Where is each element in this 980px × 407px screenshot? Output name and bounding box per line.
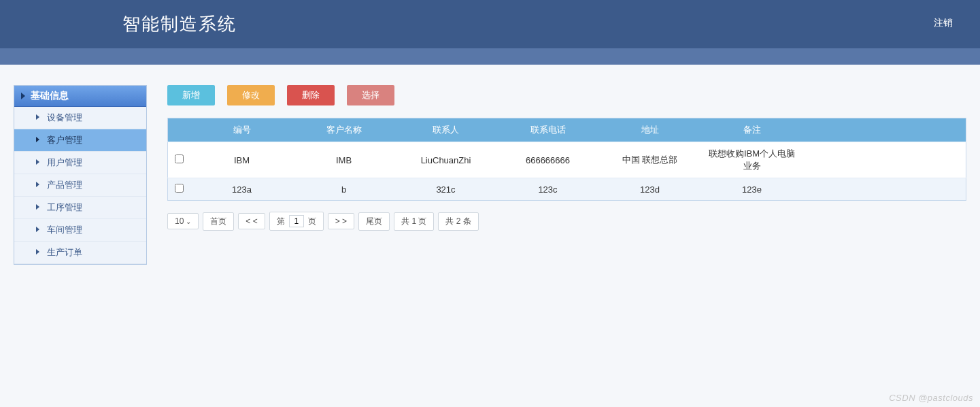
page-number-input[interactable] xyxy=(289,215,304,227)
sidebar-item-label: 用户管理 xyxy=(47,157,82,167)
table-cell: 123d xyxy=(599,178,701,201)
sidebar-item[interactable]: 车间管理 xyxy=(14,219,146,242)
delete-button[interactable]: 删除 xyxy=(287,85,335,105)
row-checkbox[interactable] xyxy=(175,154,184,163)
sidebar-item-label: 生产订单 xyxy=(47,247,82,257)
column-header: 地址 xyxy=(599,118,701,142)
sidebar-item[interactable]: 设备管理 xyxy=(14,107,146,129)
header-checkbox-col xyxy=(168,118,191,142)
next-page-button[interactable]: > > xyxy=(328,213,354,229)
app-title: 智能制造系统 xyxy=(122,12,237,36)
sidebar-section-header[interactable]: 基础信息 xyxy=(14,86,146,107)
table-row: IBMIMBLiuChuanZhi666666666中国 联想总部联想收购IBM… xyxy=(168,142,966,178)
edit-button[interactable]: 修改 xyxy=(227,85,275,105)
page-size-select[interactable]: 10 ⌄ xyxy=(167,213,199,229)
sidebar-section-title: 基础信息 xyxy=(31,90,69,102)
page-prefix-label: 第 xyxy=(277,216,285,227)
column-header: 客户名称 xyxy=(293,118,395,142)
sidebar-item[interactable]: 用户管理 xyxy=(14,152,146,174)
page-size-value: 10 xyxy=(175,216,184,226)
pagination: 10 ⌄ 首页 < < 第 页 > > 尾页 共 1 页 共 2 条 xyxy=(167,212,966,231)
caret-right-icon xyxy=(36,227,39,232)
main-content: 新增 修改 删除 选择 编号客户名称联系人联系电话地址备注 IBMIMBLiuC… xyxy=(167,85,966,265)
table-cell: 666666666 xyxy=(497,142,599,178)
first-page-button[interactable]: 首页 xyxy=(203,212,234,231)
select-button[interactable]: 选择 xyxy=(347,85,394,105)
table-cell: IMB xyxy=(293,142,395,178)
sidebar-item-label: 车间管理 xyxy=(47,225,82,235)
total-pages-label: 共 1 页 xyxy=(394,212,434,231)
sidebar-item-label: 客户管理 xyxy=(47,135,82,145)
toolbar: 新增 修改 删除 选择 xyxy=(167,85,966,105)
column-header-spacer xyxy=(803,118,966,142)
table-cell: 中国 联想总部 xyxy=(599,142,701,178)
caret-right-icon xyxy=(36,249,39,255)
column-header: 备注 xyxy=(701,118,803,142)
sidebar-item-label: 产品管理 xyxy=(47,180,82,190)
chevron-down-icon: ⌄ xyxy=(186,218,191,225)
last-page-button[interactable]: 尾页 xyxy=(358,212,390,231)
row-checkbox[interactable] xyxy=(175,184,184,193)
logout-link[interactable]: 注销 xyxy=(934,17,953,29)
sidebar-item-label: 设备管理 xyxy=(47,112,82,123)
column-header: 联系电话 xyxy=(497,118,599,142)
add-button[interactable]: 新增 xyxy=(167,85,215,105)
watermark: CSDN @pastclouds xyxy=(889,393,973,403)
table-cell: LiuChuanZhi xyxy=(395,142,497,178)
table-cell: 123a xyxy=(191,178,293,201)
total-items-label: 共 2 条 xyxy=(438,212,478,231)
sidebar-item[interactable]: 客户管理 xyxy=(14,129,146,152)
sidebar-item-label: 工序管理 xyxy=(47,202,82,212)
caret-right-icon xyxy=(36,137,39,142)
sidebar: 基础信息 设备管理客户管理用户管理产品管理工序管理车间管理生产订单 xyxy=(14,85,147,265)
table-cell: 123c xyxy=(497,178,599,201)
sidebar-item[interactable]: 产品管理 xyxy=(14,174,146,197)
table-cell-spacer xyxy=(803,142,966,178)
page-suffix-label: 页 xyxy=(308,216,316,227)
sidebar-item[interactable]: 工序管理 xyxy=(14,197,146,219)
table-cell: b xyxy=(293,178,395,201)
column-header: 编号 xyxy=(191,118,293,142)
caret-right-icon xyxy=(36,159,39,165)
table-cell: 联想收购IBM个人电脑业务 xyxy=(701,142,803,178)
table-cell: 123e xyxy=(701,178,803,201)
sidebar-item[interactable]: 生产订单 xyxy=(14,242,146,264)
prev-page-button[interactable]: < < xyxy=(238,213,265,229)
data-table: 编号客户名称联系人联系电话地址备注 IBMIMBLiuChuanZhi66666… xyxy=(167,118,966,201)
table-cell: 321c xyxy=(395,178,497,201)
page-indicator: 第 页 xyxy=(269,212,324,231)
table-row: 123ab321c123c123d123e xyxy=(168,178,966,201)
caret-right-icon xyxy=(36,114,39,120)
caret-right-icon xyxy=(36,182,39,187)
caret-right-icon xyxy=(21,93,25,99)
table-cell: IBM xyxy=(191,142,293,178)
sub-header-bar xyxy=(0,48,980,65)
app-header: 智能制造系统 注销 xyxy=(0,0,980,48)
caret-right-icon xyxy=(36,204,39,210)
column-header: 联系人 xyxy=(395,118,497,142)
table-cell-spacer xyxy=(803,178,966,201)
